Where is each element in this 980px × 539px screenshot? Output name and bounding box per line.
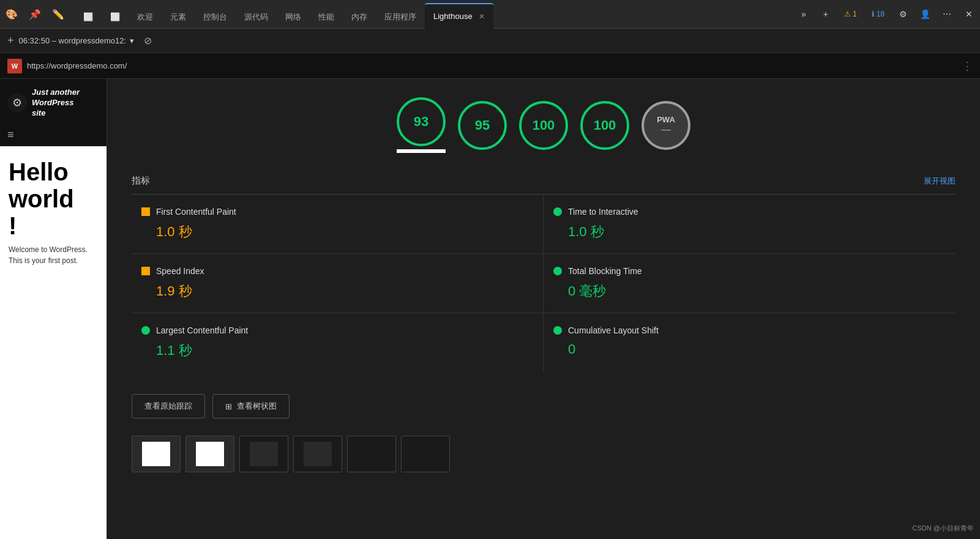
thumbnail-6: [401, 436, 450, 472]
metric-tbt: Total Blocking Time 0 毫秒: [544, 254, 956, 313]
url-bar: W https://wordpressdemo.com/ ⋮: [0, 53, 980, 79]
paintbrush-icon[interactable]: 🎨: [2, 5, 21, 23]
dropdown-icon: ▾: [130, 36, 134, 45]
tab-device[interactable]: ⬜: [75, 6, 102, 29]
lighthouse-panel: 93 95 100 100 PWA — 指标 展开视图: [107, 79, 980, 539]
tab-bar-right: » + ⚠ 1 ℹ 18 ⚙ 👤 ⋯ ✕: [795, 6, 978, 23]
warning-icon: ⚠: [844, 10, 851, 18]
site-favicon: W: [7, 59, 22, 73]
tab-console[interactable]: 控制台: [195, 6, 236, 29]
si-value: 1.9 秒: [141, 282, 533, 300]
info-icon: ℹ: [872, 10, 875, 18]
metric-fcp: First Contentful Paint 1.0 秒: [132, 195, 544, 254]
sidebar: ⚙ Just another WordPress site ≡ Hellowor…: [0, 79, 107, 539]
metric-si: Speed Index 1.9 秒: [132, 254, 544, 313]
lcp-value: 1.1 秒: [141, 341, 533, 360]
tab-device2[interactable]: ⬜: [102, 6, 129, 29]
main-layout: ⚙ Just another WordPress site ≡ Hellowor…: [0, 79, 980, 539]
treemap-icon: ⊞: [225, 402, 232, 411]
tab-performance[interactable]: 性能: [310, 6, 343, 29]
tab-elements[interactable]: 元素: [162, 6, 195, 29]
post-excerpt: Welcome to WordPress. This is your first…: [9, 244, 98, 266]
metrics-section: 指标 展开视图 First Contentful Paint 1.0 秒: [107, 165, 980, 384]
metric-lcp: Largest Contentful Paint 1.1 秒: [132, 313, 544, 372]
info-badge[interactable]: ℹ 18: [867, 8, 889, 20]
trace-label: 查看原始跟踪: [144, 401, 192, 412]
sidebar-content: Helloworld! Welcome to WordPress. This i…: [0, 146, 107, 539]
thumbnail-1: [132, 436, 181, 472]
post-title: Helloworld!: [9, 158, 98, 239]
score-seo[interactable]: 100: [580, 101, 629, 150]
new-recording-button[interactable]: +: [7, 34, 14, 47]
metrics-grid: First Contentful Paint 1.0 秒 Time to Int…: [132, 195, 956, 372]
sidebar-post-preview: Helloworld! Welcome to WordPress. This i…: [0, 146, 107, 278]
fcp-indicator: [141, 207, 150, 216]
cls-indicator: [553, 326, 562, 335]
tbt-value: 0 毫秒: [553, 282, 946, 300]
sidebar-logo: ⚙: [7, 93, 27, 113]
settings-button[interactable]: ⚙: [894, 6, 911, 23]
action-buttons: 查看原始跟踪 ⊞ 查看树状图: [107, 384, 980, 431]
cursor-icon[interactable]: ✏️: [49, 5, 67, 23]
score-accessibility[interactable]: 95: [458, 101, 507, 150]
thumbnail-5: [347, 436, 396, 472]
tab-sources[interactable]: 源代码: [236, 6, 277, 29]
treemap-label: 查看树状图: [237, 401, 277, 412]
url-more-button[interactable]: ⋮: [962, 59, 973, 73]
metric-cls: Cumulative Layout Shift 0: [544, 313, 956, 372]
tabs-list: ⬜ ⬜ 欢迎 元素 控制台 源代码 网络 性能 内存 应用程序 Lighthou: [75, 0, 790, 29]
tti-indicator: [553, 207, 562, 216]
score-best-practices[interactable]: 100: [519, 101, 568, 150]
tab-lighthouse-close[interactable]: ✕: [479, 12, 485, 21]
tab-lighthouse[interactable]: Lighthouse ✕: [425, 3, 493, 29]
scores-row: 93 95 100 100 PWA —: [107, 79, 980, 165]
more-tabs-button[interactable]: »: [795, 6, 812, 23]
profile-button[interactable]: 👤: [916, 6, 933, 23]
thumbnail-4: [293, 436, 342, 472]
device-icon: ⬜: [83, 12, 93, 21]
close-devtools-button[interactable]: ✕: [960, 6, 978, 23]
metrics-title: 指标: [132, 175, 150, 187]
device2-icon: ⬜: [110, 12, 120, 21]
watermark: CSDN @小目标青年: [913, 524, 974, 533]
tti-value: 1.0 秒: [553, 223, 946, 241]
score-performance[interactable]: 93: [397, 97, 446, 146]
metric-tti: Time to Interactive 1.0 秒: [544, 195, 956, 254]
thumbnail-3: [239, 436, 288, 472]
pin-icon[interactable]: 📌: [26, 5, 44, 23]
devtools-icons: 🎨 📌 ✏️: [2, 5, 67, 23]
si-indicator: [141, 267, 150, 275]
toolbar: + 06:32:50 – wordpressdemo12: ▾ ⊘: [0, 29, 980, 53]
tab-network[interactable]: 网络: [277, 6, 310, 29]
view-treemap-button[interactable]: ⊞ 查看树状图: [212, 394, 290, 418]
cls-value: 0: [553, 341, 946, 357]
tab-bar: 🎨 📌 ✏️ ⬜ ⬜ 欢迎 元素 控制台 源代码 网络 性能 内存: [0, 0, 980, 29]
session-selector[interactable]: 06:32:50 – wordpressdemo12: ▾: [19, 36, 135, 45]
expand-view-button[interactable]: 展开视图: [924, 176, 956, 187]
site-title: Just another WordPress site: [32, 87, 80, 119]
lcp-indicator: [141, 326, 150, 335]
add-tab-button[interactable]: +: [817, 6, 834, 23]
thumbnail-2: [185, 436, 234, 472]
score-underline: [397, 151, 446, 153]
more-options-button[interactable]: ⋯: [938, 6, 956, 23]
view-trace-button[interactable]: 查看原始跟踪: [132, 394, 205, 418]
tab-welcome[interactable]: 欢迎: [129, 6, 162, 29]
stop-button[interactable]: ⊘: [139, 32, 156, 50]
score-pwa[interactable]: PWA —: [641, 101, 690, 150]
tbt-indicator: [553, 267, 562, 275]
gear-icon: ⚙: [12, 96, 22, 110]
sidebar-menu-toggle[interactable]: ≡: [0, 124, 107, 146]
metrics-header: 指标 展开视图: [132, 165, 956, 195]
tab-memory[interactable]: 内存: [343, 6, 376, 29]
fcp-value: 1.0 秒: [141, 223, 533, 241]
thumbnails-row: [107, 431, 980, 477]
sidebar-site-header[interactable]: ⚙ Just another WordPress site: [0, 79, 107, 124]
url-display: https://wordpressdemo.com/: [27, 61, 957, 70]
tab-application[interactable]: 应用程序: [376, 6, 425, 29]
warnings-badge[interactable]: ⚠ 1: [839, 8, 862, 20]
